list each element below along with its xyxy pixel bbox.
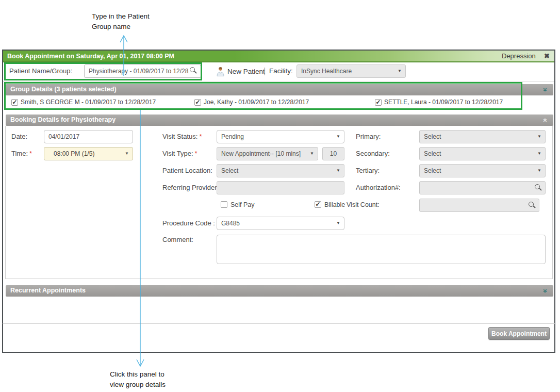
date-input[interactable]: 04/01/2017 [44, 130, 133, 143]
visit-status-required-marker: * [199, 133, 202, 140]
footer-divider [3, 323, 555, 324]
authorization-input[interactable] [419, 181, 546, 194]
visit-status-dropdown-arrow-icon: ▼ [336, 130, 340, 143]
dialog-titlebar: Book Appointment on Saturday, Apr 01, 20… [3, 51, 554, 62]
comment-textarea[interactable] [217, 235, 546, 264]
visit-status-value: Pending [221, 133, 244, 140]
visit-status-label: Visit Status:* [162, 130, 202, 143]
primary-dropdown-arrow-icon: ▼ [537, 130, 541, 143]
time-dropdown-arrow-icon: ▼ [125, 148, 129, 160]
referring-provider-label: Referring Provider: [162, 181, 219, 194]
patient-checkbox-2-label: Joe, Kathy - 01/09/2017 to 12/28/2017 [204, 99, 309, 106]
context-label: Depression [502, 51, 536, 62]
primary-value: Select [424, 133, 441, 140]
secondary-label: Secondary: [356, 147, 390, 160]
new-patient-button[interactable]: New Patient [217, 64, 265, 78]
time-select[interactable]: 08:00 PM (1/5) ▼ [44, 147, 133, 160]
secondary-select[interactable]: Select ▼ [419, 147, 546, 160]
booking-details-header[interactable]: Booking Details for Physiotherapy [6, 115, 553, 126]
close-icon[interactable]: ✖ [544, 51, 550, 62]
procedure-code-select[interactable]: G8485 ▼ [217, 217, 344, 230]
annotation-top-line1: Type in the Patient [92, 11, 150, 22]
patient-location-value: Select [221, 167, 238, 174]
new-patient-icon [217, 67, 224, 76]
booking-details-collapse-icon[interactable]: « [542, 118, 549, 122]
referring-provider-input[interactable] [217, 181, 344, 194]
patient-location-dropdown-arrow-icon: ▼ [336, 165, 340, 177]
tertiary-value: Select [424, 167, 441, 174]
facility-value: InSync Healthcare [301, 68, 352, 75]
primary-select[interactable]: Select ▼ [419, 130, 546, 143]
recurrent-collapse-icon[interactable]: » [542, 289, 549, 293]
annotation-top-line2: Group name [92, 22, 150, 32]
annotation-top: Type in the Patient Group name [92, 11, 150, 32]
patient-checkbox-1-label: Smith, S GEORGE M - 01/09/2017 to 12/28/… [21, 99, 156, 106]
patient-location-select[interactable]: Select ▼ [217, 164, 344, 177]
procedure-code-value: G8485 [221, 220, 240, 227]
primary-label: Primary: [356, 130, 381, 143]
group-details-header-label: Group Details (3 patients selected) [10, 86, 117, 93]
visit-type-minutes-input[interactable]: 10 [322, 147, 344, 160]
facility-select[interactable]: InSync Healthcare ▼ [297, 64, 406, 78]
patient-checkbox-3[interactable] [375, 99, 382, 106]
facility-label: Facility: [269, 64, 293, 78]
tertiary-label: Tertiary: [356, 164, 380, 177]
time-value: 08:00 PM (1/5) [54, 150, 94, 157]
self-pay-label: Self Pay [230, 198, 255, 211]
toolbar-divider: | [263, 66, 266, 77]
divider-line [3, 81, 554, 81]
visit-type-select[interactable]: New Appointment-- [10 mins] ▼ [217, 147, 318, 160]
visit-type-value: New Appointment-- [10 mins] [221, 150, 301, 157]
page: Type in the Patient Group name Book Appo… [0, 0, 560, 392]
booking-details-header-label: Booking Details for Physiotherapy [10, 116, 116, 123]
visit-type-label: Visit Type:* [162, 147, 197, 160]
patient-checkbox-1[interactable] [11, 99, 18, 106]
procedure-code-label: Procedure Code : [162, 217, 215, 230]
comment-label: Comment: [162, 233, 193, 247]
group-details-header[interactable]: Group Details (3 patients selected) [6, 84, 553, 95]
procedure-code-dropdown-arrow-icon: ▼ [336, 217, 340, 230]
patient-name-group-label: Patient Name/Group: [9, 64, 72, 78]
recurrent-appointments-header-label: Recurrent Appointments [10, 287, 86, 294]
visit-type-required-marker: * [195, 150, 197, 157]
authorization-label: Authorization#: [356, 181, 401, 194]
billable-checkbox[interactable] [315, 201, 321, 208]
annotation-bottom: Click this panel to view group details [110, 369, 166, 390]
recurrent-appointments-header[interactable]: Recurrent Appointments [6, 285, 553, 297]
annotation-bottom-line1: Click this panel to [110, 369, 166, 380]
tertiary-select[interactable]: Select ▼ [419, 164, 546, 177]
secondary-dropdown-arrow-icon: ▼ [537, 148, 541, 160]
patient-checkbox-2[interactable] [194, 99, 201, 106]
visit-count-input[interactable] [419, 199, 539, 212]
time-label: Time:* [11, 147, 32, 160]
tertiary-dropdown-arrow-icon: ▼ [537, 165, 541, 177]
annotation-bottom-line2: view group details [110, 380, 166, 390]
new-patient-label: New Patient [227, 68, 265, 75]
self-pay-checkbox[interactable] [221, 201, 227, 208]
secondary-value: Select [424, 150, 441, 157]
visit-type-dropdown-arrow-icon: ▼ [310, 148, 314, 160]
group-details-collapse-icon[interactable]: » [542, 88, 549, 92]
time-required-marker: * [29, 150, 32, 157]
patient-checkbox-3-label: SETTLE, Laura - 01/09/2017 to 12/28/2017 [384, 99, 503, 106]
dialog-title: Book Appointment on Saturday, Apr 01, 20… [7, 51, 174, 62]
visit-count-label: Visit Count: [347, 198, 380, 211]
visit-count-search-icon[interactable] [529, 202, 536, 209]
billable-label: Billable [324, 198, 345, 211]
date-label: Date: [11, 130, 27, 143]
patient-search-icon[interactable] [190, 67, 197, 74]
patient-name-group-input[interactable]: Physiotherapy - 01/09/2017 to 12/28 [84, 64, 201, 78]
visit-status-select[interactable]: Pending ▼ [217, 130, 344, 143]
book-appointment-button[interactable]: Book Appointment [488, 327, 550, 340]
patient-location-label: Patient Location: [162, 164, 212, 177]
authorization-search-icon[interactable] [535, 184, 542, 191]
facility-dropdown-arrow-icon: ▼ [398, 65, 402, 77]
